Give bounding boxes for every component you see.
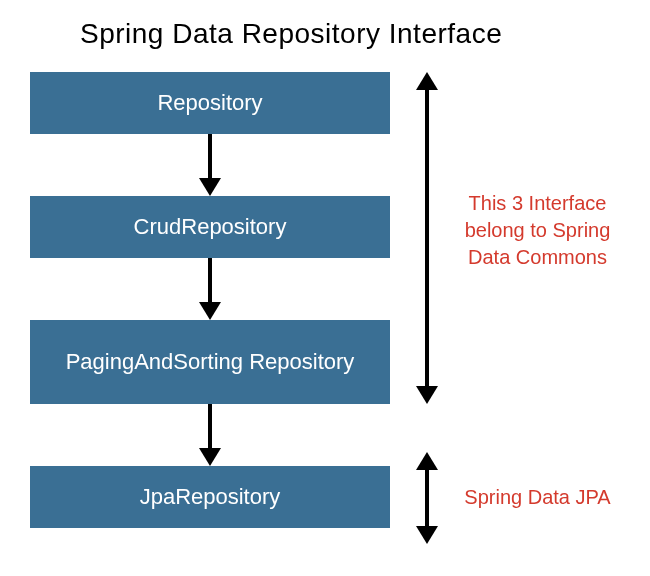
label-spring-data-jpa: Spring Data JPA [450, 484, 625, 511]
arrow-down-icon [205, 258, 215, 320]
box-pagingandsortingrepository: PagingAndSorting Repository [30, 320, 390, 404]
diagram: Repository CrudRepository PagingAndSorti… [30, 72, 620, 562]
arrow-down-icon [416, 386, 438, 404]
bracket-jpa [422, 452, 444, 544]
box-repository: Repository [30, 72, 390, 134]
bracket-commons [422, 72, 444, 404]
label-spring-data-commons: This 3 Interface belong to Spring Data C… [450, 190, 625, 271]
arrow-down-icon [205, 404, 215, 466]
box-jparepository: JpaRepository [30, 466, 390, 528]
arrow-down-icon [416, 526, 438, 544]
page-title: Spring Data Repository Interface [0, 0, 650, 50]
box-crudrepository: CrudRepository [30, 196, 390, 258]
arrow-down-icon [205, 134, 215, 196]
